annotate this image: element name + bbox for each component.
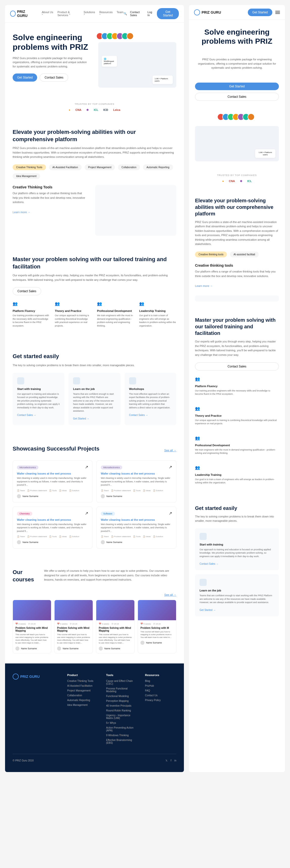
footer-link[interactable]: Cause and Effect Chain (CEC) [106, 680, 138, 685]
training-cta[interactable]: Contact Sales [195, 363, 279, 371]
project-card[interactable]: Software↗Wafer cleaning issues at the we… [96, 506, 176, 549]
card-link[interactable]: Get Started → [200, 609, 216, 612]
search-icon[interactable]: 🔍 [123, 12, 127, 16]
course-card[interactable]: 📅 6 weeks⏱ 15:15Problem Solving with Min… [54, 600, 93, 653]
company-logo: ● [222, 180, 224, 185]
project-card[interactable]: Microelectronics↗Wafer cleaning issues a… [96, 460, 176, 502]
projects-see-all[interactable]: See all → [164, 449, 176, 452]
footer-link[interactable]: Contact Us [145, 694, 176, 697]
hero-mockup: 1.6K+ Platform users [195, 126, 279, 161]
nav-about[interactable]: About Us ˅ [42, 10, 53, 17]
external-icon[interactable]: ↗ [85, 465, 88, 469]
footer-link[interactable]: 40 Inventive Principals [106, 704, 138, 707]
footer-link[interactable]: Perception Mapping [106, 700, 138, 702]
footer-link[interactable]: Collaboration [67, 694, 98, 697]
course-card[interactable]: 📅 6 weeks⏱ 15:15Problem Solving with Min… [96, 600, 135, 653]
tab-project-management[interactable]: Project Management [85, 164, 115, 170]
footer-link[interactable]: Project Management [67, 689, 98, 692]
nav-resources[interactable]: Resources ˅ [99, 10, 113, 17]
hero-mockup: 🌐Multilingual platform 1.6K+ Platform us… [98, 42, 176, 88]
learn-more-link[interactable]: Learn more → [195, 284, 213, 287]
footer-link[interactable]: FAQ [145, 689, 176, 692]
get-started-button[interactable]: Get Started [248, 8, 272, 16]
tab-automatic-reporting[interactable]: Automatic Reporting [143, 164, 173, 170]
footer-link[interactable]: Creative Thinking Tools [67, 680, 98, 682]
nav-login[interactable]: Log In [147, 10, 154, 17]
project-card[interactable]: Microelectronics↗Wafer cleaning issues a… [12, 460, 92, 502]
course-meta: 📅 6 weeks⏱ 15:15 [16, 623, 49, 625]
footer-link[interactable]: Automatic Reporting [67, 699, 98, 702]
tab-idea-management[interactable]: Idea Management [12, 173, 40, 179]
hero-get-started[interactable]: Get Started [195, 83, 279, 90]
hero-contact-sales[interactable]: Contact Sales [195, 93, 279, 101]
footer-link[interactable]: Urgency - Importance Matrix (UIM) [106, 714, 138, 719]
footer-logo[interactable]: PRIZ GURU [12, 674, 60, 680]
projects-grid: Microelectronics↗Wafer cleaning issues a… [12, 460, 176, 549]
nav-team[interactable]: Team [117, 10, 123, 17]
feature-mockup [195, 296, 279, 302]
footer-link[interactable]: PrizHub [145, 684, 176, 687]
elevate-desc: PRIZ Guru provides a state-of-the-art ma… [12, 146, 176, 159]
project-tag: Microelectronics [17, 465, 38, 469]
footer-link[interactable]: Process Functional Modeling [106, 687, 138, 693]
training-icon: 👥 [97, 301, 103, 307]
tab-creative-thinking-tools[interactable]: Creative Thinking Tools [12, 164, 46, 170]
training-item-title: Leadership Training [139, 309, 176, 312]
training-item-desc: We train engineers with the most in-dema… [97, 314, 134, 328]
nav-products[interactable]: Product & Services ˅ [57, 10, 79, 17]
course-desc: This course will teach you how to use mi… [57, 633, 90, 645]
logo[interactable]: PRIZ GURU [194, 9, 221, 16]
elevate-desc: PRIZ Guru provides a state-of-the-art ma… [195, 220, 279, 247]
external-icon[interactable]: ↗ [169, 511, 172, 516]
footer-link[interactable]: Functional Modeling [106, 695, 138, 698]
footer-link[interactable]: Round-Robin Ranking [106, 709, 138, 712]
tab[interactable]: AI-assisted facilitati [230, 251, 259, 257]
logo-icon [10, 10, 16, 17]
card-link[interactable]: Contact Sales → [200, 562, 219, 565]
footer-resources: Resources BlogPrizHubFAQContact UsPrivac… [145, 674, 176, 746]
footer-link[interactable]: AI Assisted Facilitation [67, 684, 98, 687]
get-started-button[interactable]: Get Started [157, 8, 179, 19]
project-meta: 📋 Team📋 Problem statement📋 Tools📋 Ideas📋… [17, 490, 88, 492]
tab[interactable]: Creative thinking tools [195, 251, 227, 257]
feature-title: Creative Thinking Tools [12, 185, 88, 189]
hero-get-started[interactable]: Get Started [12, 73, 37, 82]
footer-link[interactable]: 9 Windows Thinking [106, 734, 138, 737]
course-author: Name Surname [141, 641, 174, 645]
hero-contact-sales[interactable]: Contact Sales [40, 73, 68, 82]
linkedin-icon[interactable]: in [174, 759, 176, 762]
course-card[interactable]: 📅 6 weeks⏱ 15:15Problem Solving with MTh… [138, 600, 176, 653]
training-cta[interactable]: Contact Sales [12, 287, 41, 295]
project-card[interactable]: Chemistry↗Wafer cleaning issues at the w… [12, 506, 92, 549]
nav-solutions[interactable]: Solutions ˅ [84, 10, 95, 17]
card-link[interactable]: Contact Sales → [129, 414, 148, 416]
footer-link[interactable]: Action Preventing Action (APA) [106, 726, 138, 732]
footer-link[interactable]: 5+ Whys [106, 721, 138, 724]
tab-collaboration[interactable]: Collaboration [118, 164, 140, 170]
logo-icon [194, 9, 200, 16]
logo[interactable]: PRIZ GURU [10, 9, 34, 18]
card-link[interactable]: Contact Sales → [17, 414, 36, 416]
card-icon [73, 377, 80, 384]
card-link[interactable]: Get Started → [73, 417, 89, 420]
learn-more-link[interactable]: Learn more → [12, 211, 30, 214]
project-tag: Chemistry [17, 512, 32, 516]
twitter-icon[interactable]: 𝕏 [166, 759, 168, 762]
course-card[interactable]: 📅 6 weeks⏱ 15:15Problem Solving with Min… [12, 600, 51, 653]
project-desc: Wet cleaning is widely used in microchip… [101, 523, 172, 533]
courses-see-all[interactable]: See all → [164, 593, 176, 596]
nav-contact-sales[interactable]: Contact Sales [130, 10, 145, 17]
footer-link[interactable]: Blog [145, 680, 176, 682]
menu-icon[interactable] [276, 11, 280, 14]
footer-link[interactable]: Effective Brainstorming (EBS) [106, 739, 138, 744]
footer-link[interactable]: Privacy Policy [145, 699, 176, 702]
project-author: Name Surname [101, 540, 172, 544]
tab-ai-assisted-facilitation[interactable]: AI-Assisted Facilitation [49, 164, 82, 170]
external-icon[interactable]: ↗ [85, 511, 88, 516]
facebook-icon[interactable]: f [171, 759, 171, 762]
external-icon[interactable]: ↗ [169, 465, 172, 469]
footer-link[interactable]: Idea Management [67, 704, 98, 706]
started-card: Start with trainingOur approach to train… [195, 528, 279, 570]
project-desc: Wet cleaning is widely used in microchip… [101, 476, 172, 487]
mockup-badge: 1.6K+ Platform users [152, 75, 173, 84]
